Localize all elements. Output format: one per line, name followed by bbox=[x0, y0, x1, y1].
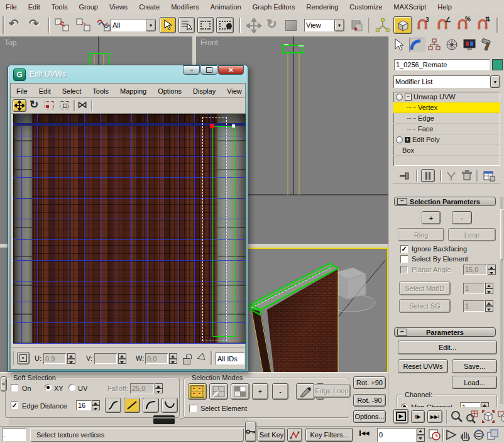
face-mode-button[interactable] bbox=[231, 383, 249, 400]
select-element-checkbox[interactable] bbox=[189, 405, 197, 412]
go-to-start-icon[interactable]: ◀◀ bbox=[359, 430, 369, 436]
visibility-bulb-icon[interactable] bbox=[396, 94, 403, 101]
menu-maxscript[interactable]: MAXScript bbox=[388, 1, 432, 13]
uvw-menu-edit[interactable]: Edit bbox=[33, 85, 57, 97]
uvw-menu-display[interactable]: Display bbox=[187, 85, 221, 97]
uvw-menu-select[interactable]: Select bbox=[57, 85, 87, 97]
edge-distance-field[interactable]: 16 bbox=[76, 400, 91, 410]
stack-row-box[interactable]: Box bbox=[393, 145, 500, 156]
planar-angle-checkbox[interactable] bbox=[400, 266, 408, 273]
uvw-scale-icon[interactable] bbox=[45, 101, 54, 109]
uv-canvas[interactable] bbox=[13, 114, 246, 344]
shrink-selection-button[interactable]: - bbox=[452, 211, 472, 224]
edit-uvws-window[interactable]: G Edit UVWs – ✕ File Edit Select Tools M… bbox=[8, 65, 248, 372]
u-spinner[interactable] bbox=[67, 353, 75, 364]
matid-filter-combo[interactable]: All IDs bbox=[216, 353, 244, 364]
falloff-field[interactable]: 25,0 bbox=[130, 383, 154, 393]
lock-selected-vertices-icon[interactable] bbox=[183, 354, 192, 364]
current-frame-field[interactable]: 0 bbox=[377, 428, 416, 442]
uv-radio[interactable] bbox=[68, 384, 75, 391]
rotate-tool-icon[interactable]: ↻ bbox=[266, 16, 277, 31]
sg-field[interactable]: 1 bbox=[463, 300, 485, 312]
reset-uvws-button[interactable]: Reset UVWs bbox=[398, 359, 448, 373]
object-name-field[interactable]: 1_0256_Remate bbox=[394, 59, 490, 70]
uvw-menu-tools[interactable]: Tools bbox=[87, 85, 114, 97]
load-uvws-button[interactable]: Load... bbox=[452, 376, 497, 389]
edge-distance-spinner[interactable] bbox=[92, 400, 100, 410]
uv-vertex[interactable] bbox=[232, 124, 235, 128]
map-channel-field[interactable]: 1 bbox=[460, 402, 480, 407]
edge-loop-button[interactable]: Edge Loop bbox=[313, 384, 351, 398]
xy-radio[interactable] bbox=[45, 384, 52, 391]
stack-row-face[interactable]: Face bbox=[393, 124, 500, 134]
planar-angle-spinner[interactable] bbox=[488, 265, 496, 275]
grow-selection-button[interactable]: + bbox=[422, 211, 441, 224]
save-uvws-button[interactable]: Save... bbox=[452, 359, 497, 373]
stack-row-unwrap-uvw[interactable]: − Unwrap UVW bbox=[393, 92, 500, 102]
edit-uvws-button[interactable]: Edit... bbox=[398, 341, 497, 354]
mini-listener[interactable]: . bbox=[2, 429, 26, 441]
next-frame-button[interactable]: I▶ bbox=[411, 410, 425, 423]
collapse-icon[interactable]: − bbox=[405, 94, 412, 101]
select-object-button[interactable] bbox=[160, 17, 176, 33]
menu-animation[interactable]: Animation bbox=[205, 1, 247, 13]
panel-scrollbar[interactable] bbox=[500, 197, 503, 404]
parameters-header[interactable]: − Parameters bbox=[394, 327, 496, 337]
selection-filter-arrow[interactable]: ▼ bbox=[146, 19, 156, 31]
edge-mode-button[interactable] bbox=[209, 383, 228, 400]
set-key-mode-button[interactable] bbox=[245, 422, 256, 442]
zoom-icon[interactable] bbox=[450, 410, 464, 424]
viewport-top-label[interactable]: Top bbox=[4, 38, 16, 47]
scale-tool-icon[interactable] bbox=[285, 20, 297, 31]
set-key-button[interactable]: Set Key bbox=[258, 428, 285, 442]
pin-stack-icon[interactable] bbox=[398, 170, 411, 182]
vertex-mode-button[interactable] bbox=[188, 383, 207, 400]
select-sg-button[interactable]: Select SG bbox=[399, 299, 451, 313]
menu-edit[interactable]: Edit bbox=[23, 1, 46, 13]
filter-selected-faces-icon[interactable]: ◁ bbox=[195, 351, 206, 364]
falloff-linear-button[interactable] bbox=[124, 398, 140, 413]
tab-display[interactable] bbox=[462, 38, 478, 52]
snaps-toggle-button[interactable] bbox=[393, 16, 412, 34]
percent-snap-icon[interactable]: % bbox=[456, 18, 471, 32]
default-tangents-button[interactable] bbox=[287, 428, 302, 442]
minimize-button[interactable]: – bbox=[183, 65, 200, 75]
uvw-menu-view[interactable]: View bbox=[221, 85, 248, 97]
uvw-move-button[interactable] bbox=[13, 99, 26, 112]
stack-row-edit-poly[interactable]: + Edit Poly bbox=[393, 134, 500, 145]
matid-spinner[interactable] bbox=[485, 283, 493, 294]
stack-row-edge[interactable]: Edge bbox=[393, 113, 500, 124]
options-button[interactable]: Options... bbox=[353, 410, 386, 423]
select-matid-button[interactable]: Select MatID bbox=[399, 282, 451, 295]
select-and-link-icon[interactable] bbox=[54, 18, 70, 33]
uvw-menu-options[interactable]: Options bbox=[152, 85, 187, 97]
field-of-view-icon[interactable] bbox=[445, 429, 457, 441]
configure-modifier-sets-icon[interactable] bbox=[483, 170, 495, 182]
zoom-extents-icon[interactable] bbox=[481, 410, 495, 424]
scrollbar-thumb[interactable] bbox=[500, 209, 503, 260]
falloff-fast-button[interactable] bbox=[162, 398, 178, 413]
edge-distance-checkbox[interactable]: ✓ bbox=[11, 402, 18, 409]
uvw-mirror-icon[interactable]: ⋈ bbox=[77, 99, 87, 111]
snap-3-icon[interactable]: 3 bbox=[416, 18, 431, 32]
select-and-manipulate-icon[interactable] bbox=[375, 18, 391, 34]
uv-selected-vertex[interactable] bbox=[210, 124, 214, 128]
track-bar[interactable] bbox=[9, 418, 248, 425]
selection-parameters-header[interactable]: − Selection Parameters bbox=[394, 197, 496, 206]
window-crossing-button[interactable] bbox=[216, 17, 234, 33]
zoom-all-icon[interactable] bbox=[465, 410, 479, 424]
zoom-extents-all-icon[interactable] bbox=[496, 410, 504, 424]
maximize-button[interactable] bbox=[200, 65, 217, 75]
ring-button[interactable]: Ring bbox=[398, 228, 444, 241]
loop-button[interactable]: Loop bbox=[448, 228, 496, 241]
menu-rendering[interactable]: Rendering bbox=[301, 1, 344, 13]
map-channel-spinner[interactable] bbox=[481, 402, 489, 407]
angle-snap-icon[interactable]: ∠ bbox=[436, 18, 451, 32]
ignore-backfacing-checkbox[interactable]: ✓ bbox=[400, 245, 408, 253]
remove-modifier-icon[interactable] bbox=[461, 170, 473, 182]
unlink-icon[interactable] bbox=[75, 18, 92, 33]
maximize-viewport-toggle-icon[interactable] bbox=[486, 429, 499, 441]
ref-coord-arrow[interactable]: ▼ bbox=[334, 19, 344, 31]
undo-icon[interactable]: ↶ bbox=[9, 16, 19, 31]
menu-create[interactable]: Create bbox=[133, 1, 165, 13]
